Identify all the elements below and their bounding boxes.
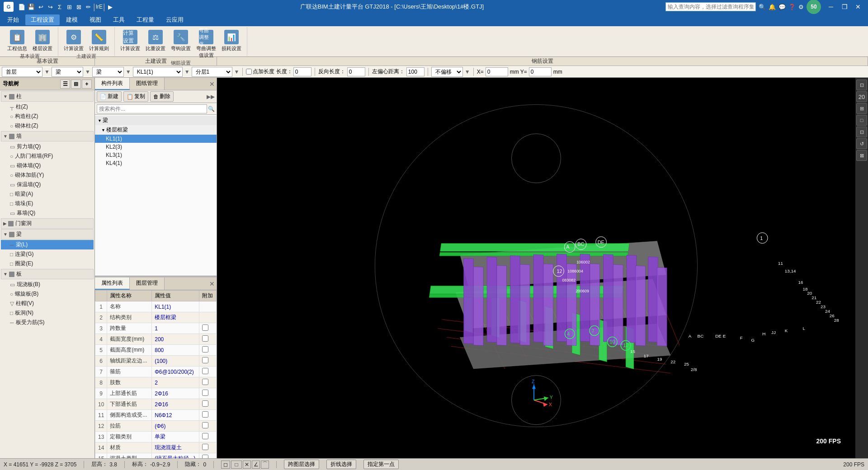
- tree-section-wall-header[interactable]: ▼ 墙: [1, 131, 94, 141]
- component-select[interactable]: KL1(1): [133, 67, 183, 77]
- menu-start[interactable]: 开始: [2, 14, 24, 25]
- table-row[interactable]: 13 定额类别 单梁: [95, 432, 217, 442]
- specify-first-point-btn[interactable]: 指定第一点: [363, 460, 399, 469]
- floor-select[interactable]: 首层: [2, 67, 42, 77]
- tree-section-dw-header[interactable]: ▶ 门窗洞: [1, 218, 94, 229]
- search-icon[interactable]: 🔍: [208, 106, 215, 112]
- rt-btn-1[interactable]: ⊡: [856, 80, 867, 90]
- btn-floor-settings[interactable]: 🏢 楼层设置: [31, 29, 54, 53]
- table-row[interactable]: 3 跨数量 1: [95, 323, 217, 334]
- qa-sum[interactable]: Σ: [55, 2, 64, 11]
- table-row[interactable]: 11 侧面构造或受... N6Φ12: [95, 410, 217, 421]
- menu-view[interactable]: 视图: [84, 14, 107, 25]
- table-row[interactable]: 10 下部通长筋 2Φ16: [95, 399, 217, 410]
- table-row[interactable]: 12 拉筋 (Φ6): [95, 421, 217, 432]
- add-length-checkbox[interactable]: 点加长度 长度：: [246, 67, 311, 76]
- nav-list-view[interactable]: ☰: [60, 80, 70, 89]
- rt-btn-view[interactable]: ⊡: [856, 127, 867, 137]
- tree-item-column-cap[interactable]: ▽ 柱帽(V): [1, 299, 94, 308]
- tab-layer-mgmt[interactable]: 图层管理: [130, 277, 165, 290]
- tree-section-beam-header[interactable]: ▼ 梁: [1, 229, 94, 240]
- table-row[interactable]: 7 箍筋 Φ6@100/200(2): [95, 367, 217, 377]
- btn-new-component[interactable]: 📄 新建: [97, 91, 122, 102]
- type1-select[interactable]: 梁: [52, 67, 83, 77]
- comp-beam-header[interactable]: ▼ 梁: [95, 116, 217, 125]
- chat-icon[interactable]: 💬: [778, 4, 786, 10]
- rt-btn-close[interactable]: ⊠: [856, 150, 867, 161]
- bell-icon[interactable]: 🔔: [769, 4, 776, 10]
- hide-toggle-btn[interactable]: ◻: [221, 461, 230, 469]
- close-panel-icon[interactable]: ✕: [209, 80, 215, 88]
- y-input[interactable]: [529, 67, 552, 76]
- table-row[interactable]: 15 混凝土类型 (碎石最大粒径...): [95, 453, 217, 459]
- tree-item-slab-rebar[interactable]: ─ 板受力筋(S): [1, 318, 94, 327]
- tree-item-shear-wall[interactable]: ▭ 剪力墙(Q): [1, 142, 94, 151]
- polyline-select-btn[interactable]: 折线选择: [326, 460, 356, 469]
- x-input[interactable]: [486, 67, 508, 76]
- btn-steel-calc[interactable]: 计算设置 计算设置: [118, 29, 142, 60]
- table-row[interactable]: 2 结构类别 楼层框梁: [95, 312, 217, 323]
- nav-tree-view[interactable]: ⊞: [71, 80, 81, 89]
- tree-item-slab-hole[interactable]: □ 板洞(N): [1, 308, 94, 318]
- btn-bend-adj[interactable]: 弯曲调整值 弯曲调整值设置: [194, 29, 218, 60]
- btn-copy-component[interactable]: 📋 复制: [123, 91, 148, 102]
- comp-item-kl1[interactable]: KL1(1): [95, 135, 217, 143]
- tree-item-wall-buttress[interactable]: □ 墙垛(E): [1, 199, 94, 208]
- select-rect-btn[interactable]: □: [231, 461, 242, 469]
- comp-item-kl3[interactable]: KL3(1): [95, 151, 217, 159]
- tree-item-civil-defense-wall[interactable]: ○ 人防门框墙(RF): [1, 151, 94, 161]
- tree-item-hidden-beam[interactable]: □ 暗梁(A): [1, 189, 94, 199]
- tree-item-insulation-wall[interactable]: ▭ 保温墙(Q): [1, 180, 94, 189]
- nav-add[interactable]: +: [82, 80, 92, 89]
- comp-item-kl2[interactable]: KL2(3): [95, 143, 217, 151]
- btn-weight[interactable]: ⚖ 比重设置: [144, 29, 167, 60]
- menu-cloud[interactable]: 云应用: [160, 14, 189, 25]
- tree-item-beam-l[interactable]: ─ 梁(L): [1, 240, 94, 249]
- tree-item-masonry-column[interactable]: ○ 砌体柱(Z): [1, 121, 94, 131]
- user-avatar[interactable]: 50: [807, 0, 821, 14]
- tree-item-curtain-wall[interactable]: ▭ 幕墙(Q): [1, 208, 94, 218]
- rt-btn-rotate[interactable]: ↺: [856, 138, 867, 149]
- reverse-input[interactable]: [347, 67, 365, 76]
- component-search-input[interactable]: [97, 104, 207, 113]
- tree-section-column-header[interactable]: ▼ 柱: [1, 91, 94, 102]
- cross-layer-select-btn[interactable]: 跨图层选择: [284, 460, 319, 469]
- rt-btn-grid[interactable]: ⊞: [856, 103, 867, 114]
- table-row[interactable]: 9 上部通长筋 2Φ16: [95, 388, 217, 399]
- search-btn[interactable]: 🔍: [759, 4, 766, 10]
- tree-section-slab-header[interactable]: ▼ 板: [1, 269, 94, 279]
- qa-undo[interactable]: ↩: [36, 2, 45, 11]
- tree-item-masonry-rebar[interactable]: ○ 砌体加筋(Y): [1, 170, 94, 180]
- tree-item-column-z[interactable]: ┬ 柱(Z): [1, 102, 94, 112]
- tab-component-list[interactable]: 构件列表: [95, 78, 130, 90]
- tab-drawing-mgmt[interactable]: 图纸管理: [130, 78, 165, 90]
- rt-btn-box[interactable]: □: [856, 115, 867, 126]
- select-x-btn[interactable]: ✕: [243, 461, 251, 469]
- qa-x[interactable]: ⊠: [74, 2, 83, 11]
- comp-floor-beam-header[interactable]: ▼ 楼层框梁: [95, 125, 217, 135]
- tree-item-coupling-beam[interactable]: □ 连梁(G): [1, 249, 94, 259]
- add-length-check[interactable]: [246, 69, 252, 75]
- tree-item-cast-slab[interactable]: ▭ 现浇板(B): [1, 280, 94, 289]
- tree-item-masonry-wall[interactable]: ▭ 砌体墙(Q): [1, 161, 94, 170]
- minimize-btn[interactable]: ─: [825, 2, 837, 11]
- menu-tools[interactable]: 工具: [108, 14, 130, 25]
- table-row[interactable]: 6 轴线距梁左边... (100): [95, 356, 217, 367]
- 3d-viewport[interactable]: A BC DE 1 12 11 13,14 4 7: [217, 78, 855, 458]
- table-row[interactable]: 1 名称 KL1(1): [95, 301, 217, 312]
- table-row[interactable]: 14 材质 现浇混凝土: [95, 442, 217, 453]
- rt-btn-zoom[interactable]: 20: [856, 91, 867, 102]
- qa-grid[interactable]: ⊞: [65, 2, 74, 11]
- close-btn[interactable]: ✕: [852, 2, 864, 11]
- btn-calc-rules[interactable]: 📏 计算规则: [87, 29, 111, 53]
- settings-icon[interactable]: ⚙: [798, 4, 804, 10]
- type2-select[interactable]: 梁: [92, 67, 124, 77]
- qa-save[interactable]: 💾: [27, 2, 36, 11]
- qa-play[interactable]: ▶: [106, 2, 115, 11]
- restore-btn[interactable]: ❒: [838, 2, 851, 11]
- help-icon[interactable]: ❓: [788, 4, 796, 10]
- tab-properties[interactable]: 属性列表: [95, 277, 130, 290]
- qa-redo[interactable]: ↪: [46, 2, 55, 11]
- table-row[interactable]: 8 肢数 2: [95, 377, 217, 388]
- menu-model[interactable]: 建模: [61, 14, 83, 25]
